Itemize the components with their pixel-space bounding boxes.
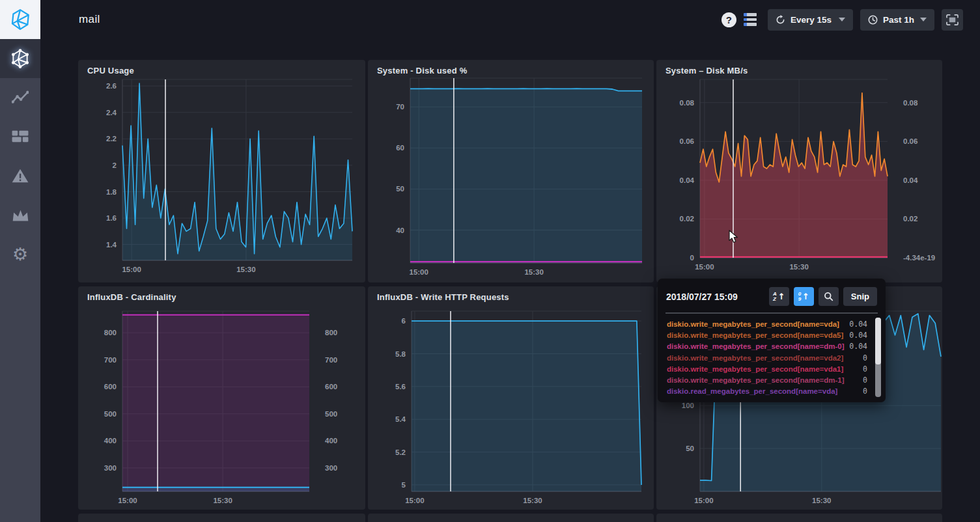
admin-crown-icon xyxy=(12,208,29,222)
svg-text:0: 0 xyxy=(690,254,694,262)
legend-row[interactable]: diskio.write_megabytes_per_second[name=v… xyxy=(667,330,876,341)
question-mark-icon: ? xyxy=(726,14,732,25)
series-label: diskio.write_megabytes_per_second[name=v… xyxy=(667,353,843,364)
svg-text:1.4: 1.4 xyxy=(106,241,117,249)
settings-gear-icon: ⚙ xyxy=(12,245,28,263)
svg-text:0.06: 0.06 xyxy=(680,137,694,145)
series-value: 0 xyxy=(863,353,876,364)
svg-text:5.6: 5.6 xyxy=(395,383,406,391)
sidebar-item-admin[interactable] xyxy=(0,195,40,234)
svg-text:0.02: 0.02 xyxy=(903,215,917,223)
legend-row[interactable]: diskio.write_megabytes_per_second[name=d… xyxy=(667,375,876,386)
timerange-dropdown[interactable]: Past 1h xyxy=(860,9,934,31)
timerange-label: Past 1h xyxy=(883,15,914,25)
svg-text:15:00: 15:00 xyxy=(118,497,137,504)
svg-text:400: 400 xyxy=(325,437,337,445)
svg-text:600: 600 xyxy=(104,383,117,391)
svg-text:15:00: 15:00 xyxy=(694,497,713,504)
scrollbar-thumb[interactable] xyxy=(875,318,881,364)
chevron-down-icon xyxy=(839,18,845,21)
sort-alpha-button[interactable]: AZ ↑ xyxy=(769,287,789,306)
svg-text:500: 500 xyxy=(104,410,117,418)
dashboards-grid-icon xyxy=(12,130,29,144)
svg-text:0.04: 0.04 xyxy=(680,176,695,184)
hover-legend-tooltip: 2018/07/27 15:09 AZ ↑ 09 ↑ xyxy=(658,279,886,402)
series-label: diskio.write_megabytes_per_second[name=d… xyxy=(667,341,845,352)
sort-arrow-icon: ↑ xyxy=(802,292,809,301)
legend-timestamp: 2018/07/27 15:09 xyxy=(666,292,738,302)
clock-icon xyxy=(868,15,878,25)
sort-numeric-icon: 09 xyxy=(798,292,801,301)
legend-row[interactable]: diskio.write_megabytes_per_second[name=v… xyxy=(667,319,876,330)
sort-numeric-button[interactable]: 09 ↑ xyxy=(794,287,814,306)
panel-clipped xyxy=(368,514,654,522)
legend-header: 2018/07/27 15:09 AZ ↑ 09 ↑ xyxy=(658,286,886,312)
search-icon xyxy=(824,292,833,301)
mouse-cursor xyxy=(729,230,739,244)
svg-text:15:00: 15:00 xyxy=(695,263,714,271)
sidebar-item-dashboards[interactable] xyxy=(0,117,40,156)
annotation-list-button[interactable] xyxy=(744,13,757,26)
panel-clipped xyxy=(656,514,942,522)
series-label: diskio.write_megabytes_per_second[name=v… xyxy=(667,330,843,341)
legend-row[interactable]: diskio.write_megabytes_per_second[name=v… xyxy=(667,364,876,375)
snip-button[interactable]: Snip xyxy=(843,287,877,306)
sidebar-item-status[interactable] xyxy=(0,39,40,78)
series-value: 0.04 xyxy=(849,330,876,341)
svg-text:2.6: 2.6 xyxy=(106,82,117,90)
svg-text:15:30: 15:30 xyxy=(524,268,543,276)
svg-text:15:00: 15:00 xyxy=(409,268,428,276)
topbar-controls: ? Every 15s Past 1h xyxy=(721,9,963,31)
panel-cardinality: InfluxDB - Cardinality 80080070070060060… xyxy=(78,286,365,510)
fullscreen-icon xyxy=(946,14,959,25)
svg-text:800: 800 xyxy=(325,329,337,337)
series-label: diskio.write_megabytes_per_second[name=d… xyxy=(667,375,845,386)
svg-text:0.02: 0.02 xyxy=(680,215,694,223)
legend-row[interactable]: diskio.write_megabytes_per_second[name=d… xyxy=(667,341,876,352)
cubo-status-icon xyxy=(10,49,30,68)
sidebar-item-data-explorer[interactable] xyxy=(0,78,40,117)
disk-used-chart[interactable]: 7060504015:0015:30 xyxy=(410,78,642,263)
legend-row[interactable]: diskio.write_megabytes_per_second[name=v… xyxy=(667,353,876,364)
svg-text:15:30: 15:30 xyxy=(523,497,542,504)
autorefresh-dropdown[interactable]: Every 15s xyxy=(768,9,853,31)
panel-write-http: InfluxDB - Write HTTP Requests 65.85.65.… xyxy=(368,286,654,510)
sidebar-item-alerts[interactable] xyxy=(0,156,40,195)
svg-text:5.8: 5.8 xyxy=(395,350,406,358)
legend-scrollbar[interactable] xyxy=(875,318,881,397)
svg-text:0.06: 0.06 xyxy=(903,137,917,145)
svg-text:1.6: 1.6 xyxy=(106,214,117,222)
sidebar-item-settings[interactable]: ⚙ xyxy=(0,234,40,273)
presentation-mode-button[interactable] xyxy=(942,9,963,31)
svg-text:700: 700 xyxy=(104,356,117,364)
svg-text:5.2: 5.2 xyxy=(395,448,406,456)
svg-text:70: 70 xyxy=(396,103,404,111)
filter-search-button[interactable] xyxy=(819,287,839,306)
svg-text:700: 700 xyxy=(325,356,337,364)
legend-row[interactable]: diskio.read_megabytes_per_second[name=vd… xyxy=(667,386,876,397)
panel-title: System – Disk MB/s xyxy=(665,66,748,76)
series-value: 0 xyxy=(863,386,876,397)
svg-text:0.08: 0.08 xyxy=(903,99,918,107)
svg-text:15:30: 15:30 xyxy=(812,497,831,504)
svg-text:15:30: 15:30 xyxy=(236,266,255,273)
sort-alpha-icon: AZ xyxy=(773,292,777,301)
help-button[interactable]: ? xyxy=(721,12,736,27)
write-http-chart[interactable]: 65.85.65.45.2515:0015:30 xyxy=(412,311,641,491)
svg-text:1.8: 1.8 xyxy=(106,188,117,196)
svg-text:100: 100 xyxy=(682,402,694,409)
svg-text:60: 60 xyxy=(396,144,404,152)
chronograf-logo[interactable] xyxy=(0,0,40,39)
sidebar: ⚙ xyxy=(0,0,40,522)
cardinality-chart[interactable]: 80080070070060060050050040040030030015:0… xyxy=(122,311,309,491)
svg-text:2: 2 xyxy=(113,161,117,169)
topbar: mail ? Every 15s Past 1h xyxy=(40,0,980,39)
list-row-icon xyxy=(744,13,757,16)
snip-label: Snip xyxy=(851,292,869,301)
svg-text:50: 50 xyxy=(686,445,694,452)
panel-title: System - Disk used % xyxy=(377,66,467,76)
cpu-usage-chart[interactable]: 2.62.42.221.81.61.415:0015:30 xyxy=(122,79,352,260)
graph-line-icon xyxy=(12,90,29,105)
svg-text:800: 800 xyxy=(104,329,117,337)
svg-text:50: 50 xyxy=(396,185,404,193)
